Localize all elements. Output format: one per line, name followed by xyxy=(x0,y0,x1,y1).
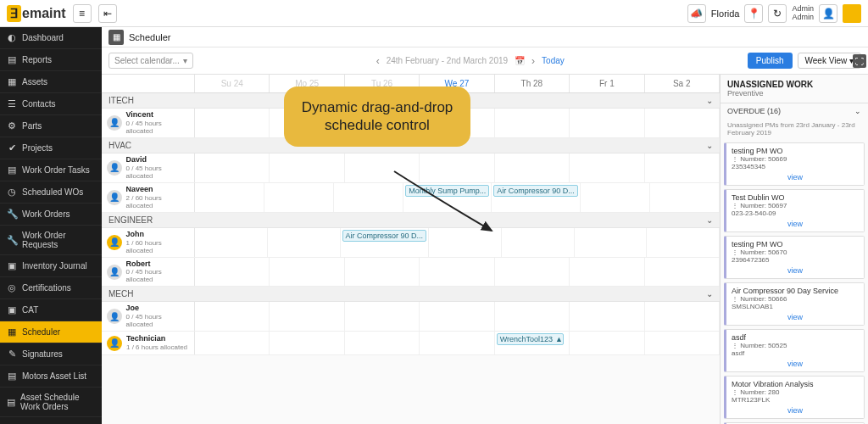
schedule-cell[interactable] xyxy=(495,258,570,287)
schedule-cell[interactable] xyxy=(575,228,648,257)
schedule-cell[interactable] xyxy=(420,302,494,331)
calendar-picker-icon[interactable]: 📅 xyxy=(515,56,525,65)
schedule-cell[interactable] xyxy=(502,228,575,257)
sidebar-item-work-order-requests[interactable]: 🔧Work Order Requests xyxy=(0,226,102,255)
nav-icon: ☰ xyxy=(7,98,17,109)
schedule-cell[interactable] xyxy=(570,302,644,331)
pin-icon[interactable]: 📍 xyxy=(744,4,763,23)
sidebar-item-reports[interactable]: ▤Reports xyxy=(0,49,102,71)
group-header[interactable]: MECH⌄ xyxy=(102,287,720,302)
work-card[interactable]: Motor Vibration Analysis⋮ Number: 280MTR… xyxy=(724,376,865,419)
schedule-cell[interactable] xyxy=(195,153,270,182)
schedule-cell[interactable] xyxy=(195,109,270,137)
schedule-cell[interactable] xyxy=(345,302,420,331)
schedule-cell[interactable] xyxy=(195,332,270,354)
schedule-cell[interactable] xyxy=(495,109,570,137)
collapse-icon[interactable]: ⇤ xyxy=(98,4,117,23)
schedule-cell[interactable] xyxy=(345,332,420,354)
sidebar-item-approval-groups[interactable]: ◎Approval Groups xyxy=(0,417,102,424)
nav-icon: ▤ xyxy=(7,165,17,176)
schedule-cell[interactable] xyxy=(645,302,720,331)
schedule-cell[interactable] xyxy=(270,153,344,182)
schedule-cell[interactable] xyxy=(195,258,270,287)
schedule-cell[interactable] xyxy=(345,258,420,287)
sidebar-item-parts[interactable]: ⚙Parts xyxy=(0,115,102,137)
nav-icon: ◐ xyxy=(7,32,17,43)
card-view-link[interactable]: view xyxy=(732,406,859,415)
overdue-toggle[interactable]: OVERDUE (16)⌄ xyxy=(721,103,868,119)
prev-arrow-icon[interactable]: ‹ xyxy=(376,55,380,67)
sidebar-item-inventory-journal[interactable]: ▣Inventory Journal xyxy=(0,255,102,277)
schedule-cell[interactable] xyxy=(195,302,270,331)
work-card[interactable]: Air Compressor 90 Day Service⋮ Number: 5… xyxy=(724,282,865,326)
schedule-cell[interactable] xyxy=(270,332,344,354)
sidebar-item-certifications[interactable]: ◎Certifications xyxy=(0,277,102,299)
task-card[interactable]: Air Compressor 90 D... xyxy=(493,185,578,197)
work-card[interactable]: asdf⋮ Number: 50525asdfview xyxy=(724,329,865,372)
sidebar-item-asset-schedule-work-orders[interactable]: ▤Asset Schedule Work Orders xyxy=(0,388,102,417)
schedule-cell[interactable] xyxy=(570,332,644,354)
schedule-cell[interactable] xyxy=(270,258,344,287)
schedule-cell[interactable] xyxy=(495,153,570,182)
schedule-cell[interactable] xyxy=(650,183,720,212)
select-calendar-dropdown[interactable]: Select calendar... ▾ xyxy=(108,53,193,69)
schedule-cell[interactable] xyxy=(570,258,644,287)
card-view-link[interactable]: view xyxy=(732,266,859,275)
schedule-cell[interactable] xyxy=(645,332,720,354)
card-view-link[interactable]: view xyxy=(732,173,859,181)
history-icon[interactable]: ↻ xyxy=(768,4,787,23)
sidebar-item-contacts[interactable]: ☰Contacts xyxy=(0,93,102,115)
schedule-cell[interactable] xyxy=(268,228,341,257)
schedule-cell[interactable] xyxy=(195,183,264,212)
work-card[interactable]: Test Dublin WO⋮ Number: 50697023-23-540-… xyxy=(724,189,865,232)
schedule-cell[interactable] xyxy=(570,109,644,137)
toolbar: Select calendar... ▾ ‹ 24th February - 2… xyxy=(102,47,868,75)
avatar[interactable] xyxy=(843,4,861,23)
date-range-label: 24th February - 2nd March 2019 xyxy=(387,56,508,65)
sidebar-item-projects[interactable]: ✔Projects xyxy=(0,137,102,159)
sidebar-item-cat[interactable]: ▣CAT xyxy=(0,299,102,321)
sidebar-item-work-orders[interactable]: 🔧Work Orders xyxy=(0,204,102,226)
work-card[interactable]: testing PM WO⋮ Number: 506702396472365vi… xyxy=(724,236,865,279)
person-allocation: 0 / 45 hours allocated xyxy=(126,165,189,180)
today-link[interactable]: Today xyxy=(542,56,565,65)
schedule-cell[interactable] xyxy=(264,183,334,212)
card-view-link[interactable]: view xyxy=(732,313,859,321)
announce-icon[interactable]: 📣 xyxy=(687,4,706,23)
sidebar-item-scheduler[interactable]: ▦Scheduler xyxy=(0,321,102,343)
user-icon[interactable]: 👤 xyxy=(819,4,837,23)
sidebar-item-scheduled-wos[interactable]: ◷Scheduled WOs xyxy=(0,181,102,204)
schedule-cell[interactable] xyxy=(645,153,720,182)
schedule-cell[interactable]: WrenchTool123▲ xyxy=(495,332,570,354)
schedule-cell[interactable] xyxy=(495,302,570,331)
schedule-cell[interactable] xyxy=(645,258,720,287)
sidebar-item-motors-asset-list[interactable]: ▤Motors Asset List xyxy=(0,365,102,388)
schedule-cell[interactable] xyxy=(647,228,720,257)
card-view-link[interactable]: view xyxy=(732,360,859,368)
person-allocation: 1 / 6 hours allocated xyxy=(126,343,187,351)
schedule-cell[interactable] xyxy=(645,109,720,137)
schedule-cell[interactable] xyxy=(420,258,494,287)
week-view-dropdown[interactable]: Week View ▾ xyxy=(798,53,861,69)
sidebar-item-work-order-tasks[interactable]: ▤Work Order Tasks xyxy=(0,159,102,181)
sidebar-item-label: Assets xyxy=(22,77,47,86)
sidebar-item-signatures[interactable]: ✎Signatures xyxy=(0,343,102,365)
schedule-cell[interactable] xyxy=(581,183,650,212)
publish-button[interactable]: Publish xyxy=(748,53,793,69)
calendar-icon[interactable]: ▦ xyxy=(108,30,124,45)
sidebar-item-dashboard[interactable]: ◐Dashboard xyxy=(0,27,102,49)
card-title: asdf xyxy=(732,333,859,342)
sidebar-item-assets[interactable]: ▦Assets xyxy=(0,71,102,93)
work-card[interactable]: testing PM WO⋮ Number: 50669235345345vie… xyxy=(724,142,865,186)
schedule-cell[interactable]: Air Compressor 90 D... xyxy=(492,183,581,212)
schedule-cell[interactable] xyxy=(195,228,268,257)
card-view-link[interactable]: view xyxy=(732,220,859,228)
next-arrow-icon[interactable]: › xyxy=(531,55,535,67)
person-row: 👤Technician1 / 6 hours allocatedWrenchTo… xyxy=(102,332,720,355)
expand-icon[interactable]: ⛶ xyxy=(853,54,866,68)
task-card[interactable]: WrenchTool123▲ xyxy=(497,333,564,345)
schedule-cell[interactable] xyxy=(570,153,644,182)
menu-icon[interactable]: ≡ xyxy=(73,4,92,23)
schedule-cell[interactable] xyxy=(270,302,344,331)
schedule-cell[interactable] xyxy=(420,332,494,354)
